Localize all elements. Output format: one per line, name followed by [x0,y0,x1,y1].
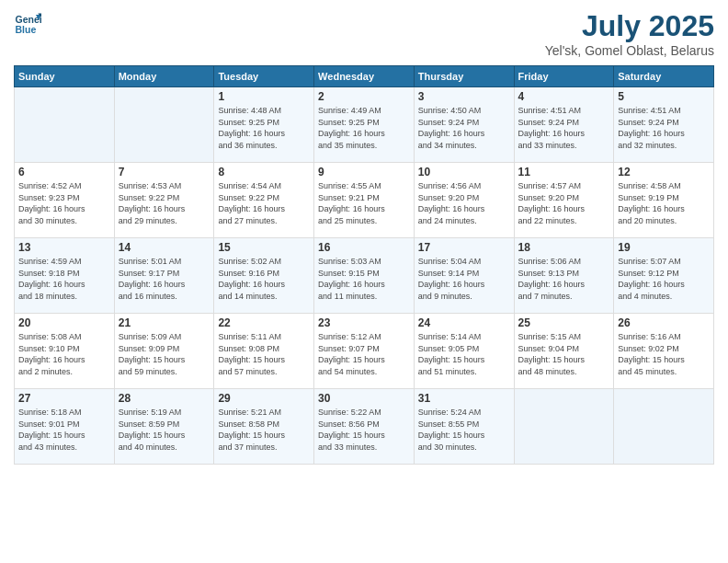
table-row: 23Sunrise: 5:12 AM Sunset: 9:07 PM Dayli… [314,314,415,389]
table-row [614,389,714,465]
day-number: 20 [18,316,110,329]
col-monday: Monday [114,66,214,87]
month-title: July 2025 [545,9,714,43]
calendar-week-row: 13Sunrise: 4:59 AM Sunset: 9:18 PM Dayli… [15,238,714,314]
col-sunday: Sunday [15,66,115,87]
day-info: Sunrise: 5:01 AM Sunset: 9:17 PM Dayligh… [119,256,210,302]
day-number: 6 [18,166,110,178]
day-info: Sunrise: 5:02 AM Sunset: 9:16 PM Dayligh… [218,256,310,302]
day-info: Sunrise: 5:12 AM Sunset: 9:07 PM Dayligh… [318,331,410,377]
table-row: 21Sunrise: 5:09 AM Sunset: 9:09 PM Dayli… [114,314,214,389]
day-info: Sunrise: 4:57 AM Sunset: 9:20 PM Dayligh… [518,180,610,226]
day-number: 24 [418,316,510,329]
svg-text:Blue: Blue [16,24,37,35]
day-info: Sunrise: 5:24 AM Sunset: 8:55 PM Dayligh… [418,407,510,453]
day-number: 2 [318,90,410,103]
table-row: 19Sunrise: 5:07 AM Sunset: 9:12 PM Dayli… [614,238,714,314]
table-row: 7Sunrise: 4:53 AM Sunset: 9:22 PM Daylig… [114,163,214,238]
table-row: 3Sunrise: 4:50 AM Sunset: 9:24 PM Daylig… [414,87,514,163]
day-info: Sunrise: 5:09 AM Sunset: 9:09 PM Dayligh… [119,331,210,377]
table-row: 5Sunrise: 4:51 AM Sunset: 9:24 PM Daylig… [614,87,714,163]
day-number: 21 [119,316,210,329]
day-number: 14 [119,241,210,254]
day-number: 8 [218,166,310,178]
col-wednesday: Wednesday [314,66,415,87]
day-info: Sunrise: 4:52 AM Sunset: 9:23 PM Dayligh… [18,180,110,226]
table-row: 6Sunrise: 4:52 AM Sunset: 9:23 PM Daylig… [15,163,115,238]
day-info: Sunrise: 4:55 AM Sunset: 9:21 PM Dayligh… [318,180,410,226]
day-number: 27 [18,392,110,405]
day-number: 1 [218,90,310,103]
calendar-week-row: 20Sunrise: 5:08 AM Sunset: 9:10 PM Dayli… [15,314,714,389]
day-info: Sunrise: 5:06 AM Sunset: 9:13 PM Dayligh… [518,256,610,302]
day-number: 7 [119,166,210,178]
table-row: 26Sunrise: 5:16 AM Sunset: 9:02 PM Dayli… [614,314,714,389]
day-info: Sunrise: 4:59 AM Sunset: 9:18 PM Dayligh… [18,256,110,302]
page-container: General Blue July 2025 Yel'sk, Gomel Obl… [0,0,728,563]
table-row: 9Sunrise: 4:55 AM Sunset: 9:21 PM Daylig… [314,163,415,238]
day-number: 19 [618,241,710,254]
logo: General Blue [14,9,41,37]
day-number: 16 [318,241,410,254]
table-row: 10Sunrise: 4:56 AM Sunset: 9:20 PM Dayli… [414,163,514,238]
day-number: 31 [418,392,510,405]
day-number: 12 [618,166,710,178]
col-tuesday: Tuesday [214,66,314,87]
calendar-week-row: 6Sunrise: 4:52 AM Sunset: 9:23 PM Daylig… [15,163,714,238]
col-thursday: Thursday [414,66,514,87]
day-number: 3 [418,90,510,103]
calendar-week-row: 1Sunrise: 4:48 AM Sunset: 9:25 PM Daylig… [15,87,714,163]
table-row: 20Sunrise: 5:08 AM Sunset: 9:10 PM Dayli… [15,314,115,389]
day-info: Sunrise: 5:08 AM Sunset: 9:10 PM Dayligh… [18,331,110,377]
day-info: Sunrise: 5:16 AM Sunset: 9:02 PM Dayligh… [618,331,710,377]
day-number: 11 [518,166,610,178]
calendar-week-row: 27Sunrise: 5:18 AM Sunset: 9:01 PM Dayli… [15,389,714,465]
table-row [15,87,115,163]
day-number: 26 [618,316,710,329]
day-number: 28 [119,392,210,405]
day-number: 10 [418,166,510,178]
table-row: 17Sunrise: 5:04 AM Sunset: 9:14 PM Dayli… [414,238,514,314]
table-row: 28Sunrise: 5:19 AM Sunset: 8:59 PM Dayli… [114,389,214,465]
day-info: Sunrise: 4:51 AM Sunset: 9:24 PM Dayligh… [618,105,710,151]
location: Yel'sk, Gomel Oblast, Belarus [545,43,714,58]
day-info: Sunrise: 5:04 AM Sunset: 9:14 PM Dayligh… [418,256,510,302]
title-block: July 2025 Yel'sk, Gomel Oblast, Belarus [545,9,714,58]
day-number: 18 [518,241,610,254]
day-info: Sunrise: 4:54 AM Sunset: 9:22 PM Dayligh… [218,180,310,226]
table-row: 15Sunrise: 5:02 AM Sunset: 9:16 PM Dayli… [214,238,314,314]
day-number: 15 [218,241,310,254]
table-row: 2Sunrise: 4:49 AM Sunset: 9:25 PM Daylig… [314,87,415,163]
day-number: 13 [18,241,110,254]
table-row: 14Sunrise: 5:01 AM Sunset: 9:17 PM Dayli… [114,238,214,314]
table-row [114,87,214,163]
day-info: Sunrise: 5:22 AM Sunset: 8:56 PM Dayligh… [318,407,410,453]
day-number: 29 [218,392,310,405]
table-row: 16Sunrise: 5:03 AM Sunset: 9:15 PM Dayli… [314,238,415,314]
logo-icon: General Blue [14,9,41,37]
day-info: Sunrise: 4:53 AM Sunset: 9:22 PM Dayligh… [119,180,210,226]
day-number: 17 [418,241,510,254]
table-row: 30Sunrise: 5:22 AM Sunset: 8:56 PM Dayli… [314,389,415,465]
day-info: Sunrise: 5:15 AM Sunset: 9:04 PM Dayligh… [518,331,610,377]
day-info: Sunrise: 4:50 AM Sunset: 9:24 PM Dayligh… [418,105,510,151]
calendar-table: Sunday Monday Tuesday Wednesday Thursday… [14,65,714,465]
day-info: Sunrise: 5:07 AM Sunset: 9:12 PM Dayligh… [618,256,710,302]
table-row: 8Sunrise: 4:54 AM Sunset: 9:22 PM Daylig… [214,163,314,238]
day-info: Sunrise: 5:03 AM Sunset: 9:15 PM Dayligh… [318,256,410,302]
page-header: General Blue July 2025 Yel'sk, Gomel Obl… [14,9,714,58]
table-row: 22Sunrise: 5:11 AM Sunset: 9:08 PM Dayli… [214,314,314,389]
table-row: 18Sunrise: 5:06 AM Sunset: 9:13 PM Dayli… [514,238,614,314]
day-info: Sunrise: 4:48 AM Sunset: 9:25 PM Dayligh… [218,105,310,151]
table-row: 29Sunrise: 5:21 AM Sunset: 8:58 PM Dayli… [214,389,314,465]
day-info: Sunrise: 5:21 AM Sunset: 8:58 PM Dayligh… [218,407,310,453]
table-row: 12Sunrise: 4:58 AM Sunset: 9:19 PM Dayli… [614,163,714,238]
col-friday: Friday [514,66,614,87]
day-number: 25 [518,316,610,329]
day-number: 23 [318,316,410,329]
day-info: Sunrise: 5:11 AM Sunset: 9:08 PM Dayligh… [218,331,310,377]
day-info: Sunrise: 5:14 AM Sunset: 9:05 PM Dayligh… [418,331,510,377]
table-row: 1Sunrise: 4:48 AM Sunset: 9:25 PM Daylig… [214,87,314,163]
day-number: 5 [618,90,710,103]
table-row [514,389,614,465]
